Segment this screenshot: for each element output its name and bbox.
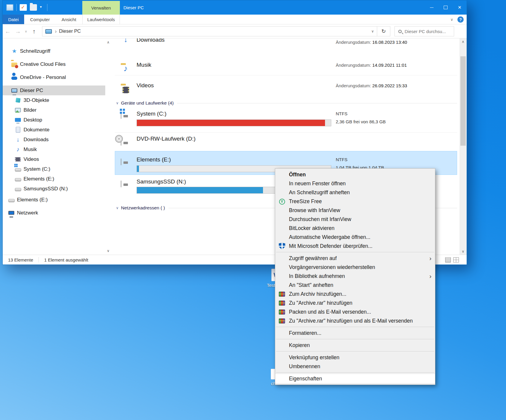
minimize-button[interactable] <box>425 0 439 15</box>
main-scrollbar[interactable]: ∧ ∨ <box>459 38 467 255</box>
drive-row-dvd-d[interactable]: DVD-RW-Laufwerk (D:) <box>115 133 457 151</box>
sidebar-item-netzwerk[interactable]: Netzwerk <box>3 208 105 218</box>
address-bar[interactable]: › Dieser PC ∨ <box>42 26 377 36</box>
close-button[interactable] <box>453 0 467 15</box>
menu-item-label: An "Start" anheften <box>289 282 333 288</box>
tab-datei[interactable]: Datei <box>3 15 24 24</box>
scroll-down-icon[interactable]: ∨ <box>107 249 110 253</box>
sidebar-item-schnellzugriff[interactable]: Schnellzugriff <box>3 46 105 56</box>
forward-icon[interactable]: → <box>13 28 23 35</box>
details-view-icon[interactable] <box>445 257 451 262</box>
customize-dropdown-icon[interactable] <box>40 4 44 11</box>
new-folder-icon[interactable] <box>30 4 37 11</box>
menu-item-bibliothek[interactable]: In Bibliothek aufnehmen› <box>275 272 435 281</box>
drive-name[interactable]: DVD-RW-Laufwerk (D:) <box>137 136 196 142</box>
drive-name[interactable]: System (C:) <box>137 111 166 117</box>
sidebar-item-desktop[interactable]: Desktop <box>3 115 105 125</box>
menu-item-autoplay[interactable]: Automatische Wiedergabe öffnen... <box>275 233 435 242</box>
up-icon[interactable]: ↑ <box>29 28 39 35</box>
menu-item-archive-rar-email[interactable]: Zu "Archive.rar" hinzufügen und als E-Ma… <box>275 316 435 325</box>
menu-item-formatieren[interactable]: Formatieren... <box>275 329 435 337</box>
tab-ansicht[interactable]: Ansicht <box>56 15 82 24</box>
sidebar-item-system-c[interactable]: System (C:) <box>3 164 105 174</box>
sidebar-item-musik[interactable]: Musik <box>3 144 105 154</box>
refresh-icon[interactable]: ↻ <box>377 26 390 36</box>
menu-item-zugriff-gewaehren[interactable]: Zugriff gewähren auf› <box>275 254 435 263</box>
back-icon[interactable]: ← <box>3 28 13 35</box>
menu-item-treesize[interactable]: YTreeSize Free <box>275 197 435 206</box>
drive-row-system-c[interactable]: System (C:) NTFS 2,36 GB frei von 86,3 G… <box>115 108 457 133</box>
sidebar-item-3d-objekte[interactable]: 3D-Objekte <box>3 95 105 105</box>
scroll-up-icon[interactable]: ∧ <box>462 40 465 44</box>
folder-row-musik[interactable]: ♪ Musik Änderungsdatum: 14.09.2021 11:01 <box>115 55 457 75</box>
menu-item-defender-scan[interactable]: Mit Microsoft Defender überprüfen... <box>275 242 435 251</box>
menu-item-oeffnen[interactable]: Öffnen <box>275 170 435 179</box>
help-icon[interactable]: ? <box>457 16 464 23</box>
menu-item-verknuepfung[interactable]: Verknüpfung erstellen <box>275 353 435 362</box>
menu-item-kopieren[interactable]: Kopieren <box>275 341 435 350</box>
manage-contextual-tab[interactable]: Verwalten <box>82 1 120 15</box>
folder-name[interactable]: Downloads <box>137 38 165 43</box>
filesystem-label: NTFS <box>336 111 347 116</box>
history-dropdown-icon[interactable]: ∨ <box>23 29 29 33</box>
section-header-drives[interactable]: ∨ Geräte und Laufwerke (4) <box>115 99 457 108</box>
tab-laufwerktools[interactable]: Laufwerktools <box>82 15 120 24</box>
chevron-down-icon[interactable]: ∨ <box>116 101 119 105</box>
menu-item-durchsuchen-irfanview[interactable]: Durchsuchen mit IrfanView <box>275 215 435 224</box>
sidebar-item-creative-cloud[interactable]: Creative Cloud Files <box>3 59 105 69</box>
free-space-label: 2,36 GB frei von 86,3 GB <box>336 119 386 124</box>
scroll-down-icon[interactable]: ∨ <box>462 249 465 253</box>
search-box[interactable] <box>394 26 454 36</box>
menu-item-start-anheften[interactable]: An "Start" anheften <box>275 281 435 290</box>
sidebar-item-elements-e-device[interactable]: Elements (E:) <box>3 195 105 205</box>
computer-icon <box>11 88 17 93</box>
menu-item-vorgaengerversionen[interactable]: Vorgängerversionen wiederherstellen <box>275 263 435 272</box>
menu-item-neues-fenster[interactable]: In neuem Fenster öffnen <box>275 179 435 188</box>
menu-item-zu-archive-rar[interactable]: Zu "Archive.rar" hinzufügen <box>275 298 435 307</box>
sidebar-item-downloads[interactable]: Downloads <box>3 135 105 144</box>
sidebar-item-dieser-pc[interactable]: Dieser PC <box>3 85 105 95</box>
menu-item-packen-email[interactable]: Packen und als E-Mail versenden... <box>275 307 435 316</box>
search-input[interactable] <box>405 29 449 34</box>
sidebar-item-samsungssd-n[interactable]: SamsungsSSD (N:) <box>3 184 105 194</box>
drive-name[interactable]: Elements (E:) <box>137 156 171 163</box>
tab-computer[interactable]: Computer <box>24 15 56 24</box>
thumbnail-view-icon[interactable] <box>453 257 459 262</box>
menu-item-umbenennen[interactable]: Umbenennen <box>275 362 435 371</box>
winrar-icon <box>279 292 285 297</box>
usage-bar-fill <box>137 187 263 193</box>
chevron-down-icon[interactable]: ∨ <box>116 206 119 210</box>
properties-check-icon[interactable] <box>20 4 27 11</box>
ribbon-collapse-chevron-icon[interactable]: ∨ <box>450 17 453 22</box>
sidebar-item-onedrive[interactable]: OneDrive - Personal <box>3 72 105 82</box>
drive-name[interactable]: SamsungsSSD (N:) <box>137 178 186 185</box>
sidebar-item-label: Elements (E:) <box>24 176 54 182</box>
folder-name[interactable]: Musik <box>137 62 151 68</box>
sidebar-item-dokumente[interactable]: Dokumente <box>3 125 105 135</box>
menu-item-schnellzugriff-anheften[interactable]: An Schnellzugriff anheften <box>275 188 435 197</box>
desktop-icon <box>15 118 21 122</box>
address-dropdown-icon[interactable]: ∨ <box>371 29 374 33</box>
sidebar-item-elements-e[interactable]: Elements (E:) <box>3 174 105 184</box>
sidebar-item-bilder[interactable]: Bilder <box>3 105 105 115</box>
scroll-up-icon[interactable]: ∧ <box>107 40 110 44</box>
maximize-button[interactable] <box>439 0 453 15</box>
sidebar-item-videos[interactable]: Videos <box>3 154 105 164</box>
menu-item-browse-irfanview[interactable]: Browse with IrfanView <box>275 206 435 215</box>
menu-item-label: In neuem Fenster öffnen <box>289 181 346 187</box>
titlebar: Verwalten Dieser PC <box>3 0 467 15</box>
breadcrumb[interactable]: Dieser PC <box>59 29 81 34</box>
menu-item-bitlocker[interactable]: BitLocker aktivieren <box>275 224 435 233</box>
sidebar-scrollbar[interactable]: ∧ ∨ <box>105 38 111 255</box>
menu-item-label: Vorgängerversionen wiederherstellen <box>289 264 375 270</box>
folder-row-downloads[interactable]: ↓ Downloads Änderungsdatum: 16.08.2023 1… <box>115 38 457 55</box>
menu-separator <box>276 327 434 327</box>
drive-icon <box>15 178 21 181</box>
folder-row-videos[interactable]: Videos Änderungsdatum: 26.09.2022 15:33 <box>115 75 457 96</box>
folder-name[interactable]: Videos <box>137 82 154 89</box>
computer-icon[interactable] <box>6 4 13 11</box>
menu-item-zum-archiv[interactable]: Zum Archiv hinzufügen... <box>275 290 435 298</box>
scrollbar-thumb[interactable] <box>460 56 466 146</box>
menu-item-eigenschaften[interactable]: Eigenschaften <box>275 374 435 383</box>
menu-item-label: Packen und als E-Mail versenden... <box>289 309 371 315</box>
